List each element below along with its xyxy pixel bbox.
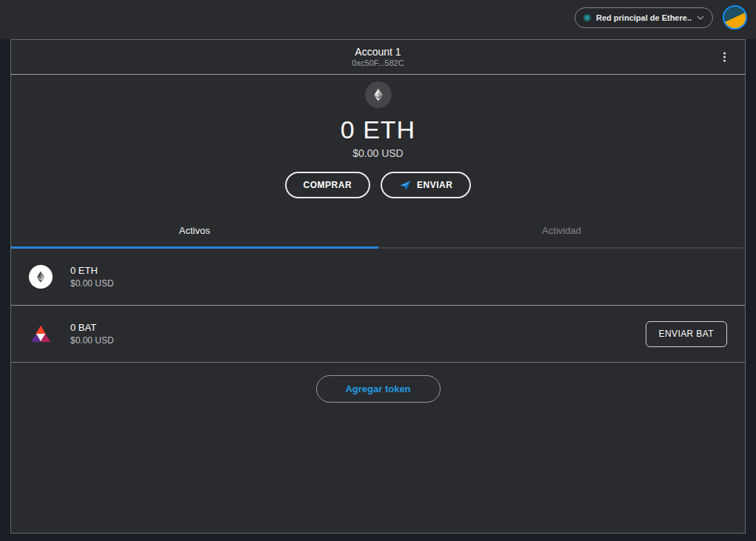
fiat-balance: $0.00 USD <box>352 147 403 159</box>
account-header[interactable]: Account 1 0xc50F...582C <box>11 40 745 75</box>
action-buttons: COMPRAR ENVIAR <box>285 172 472 198</box>
asset-amount: 0 ETH <box>70 264 114 278</box>
network-status-dot-icon <box>583 14 591 21</box>
account-address: 0xc50F...582C <box>352 58 404 68</box>
network-selector[interactable]: Red principal de Ethere.. <box>575 7 713 28</box>
tab-activity[interactable]: Actividad <box>378 215 746 249</box>
eth-token-icon <box>29 265 53 289</box>
eth-balance: 0 ETH <box>341 115 415 144</box>
asset-row-bat[interactable]: 0 BAT $0.00 USD ENVIAR BAT <box>11 306 745 363</box>
send-button[interactable]: ENVIAR <box>381 172 471 198</box>
add-token-button[interactable]: Agregar token <box>316 375 441 403</box>
asset-text: 0 BAT $0.00 USD <box>70 321 114 347</box>
asset-fiat: $0.00 USD <box>70 278 114 290</box>
balance-overview: 0 ETH $0.00 USD COMPRAR ENVIAR <box>11 75 745 215</box>
tab-bar: Activos Actividad <box>11 215 745 249</box>
asset-amount: 0 BAT <box>70 321 114 335</box>
network-selector-label: Red principal de Ethere.. <box>596 13 692 22</box>
eth-logo-icon <box>365 81 392 108</box>
send-button-label: ENVIAR <box>417 180 452 190</box>
asset-fiat: $0.00 USD <box>70 335 114 347</box>
asset-text: 0 ETH $0.00 USD <box>70 264 114 290</box>
app-top-bar: Red principal de Ethere.. <box>0 0 756 39</box>
asset-row-eth[interactable]: 0 ETH $0.00 USD <box>11 249 745 306</box>
buy-button-label: COMPRAR <box>304 180 352 190</box>
send-bat-button[interactable]: ENVIAR BAT <box>646 321 727 347</box>
account-options-kebab-icon[interactable] <box>720 50 729 65</box>
chevron-down-icon <box>697 16 704 20</box>
bat-token-icon <box>29 322 53 346</box>
wallet-panel: Account 1 0xc50F...582C 0 ETH $0.00 USD … <box>10 39 746 534</box>
account-avatar[interactable] <box>723 5 747 30</box>
buy-button[interactable]: COMPRAR <box>285 172 371 198</box>
tab-assets[interactable]: Activos <box>11 215 378 249</box>
add-token-section: Agregar token <box>11 363 745 403</box>
paper-plane-icon <box>399 179 412 192</box>
account-name: Account 1 <box>355 46 401 58</box>
